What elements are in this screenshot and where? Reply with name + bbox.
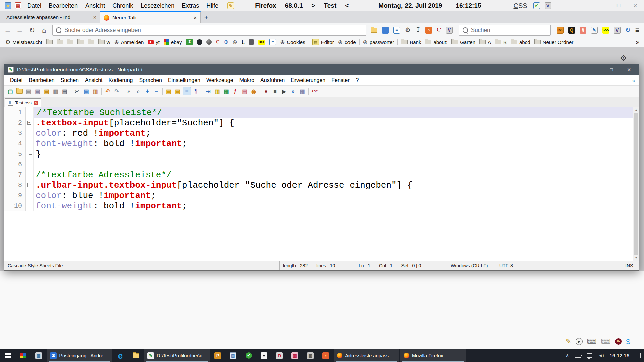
pen-tool-icon[interactable]: ✎: [566, 338, 571, 345]
code-line-6[interactable]: 6: [4, 159, 639, 170]
npp-minimize-button[interactable]: —: [591, 67, 596, 72]
wrap-icon[interactable]: ≡: [183, 87, 191, 95]
fold-collapse-icon[interactable]: −: [27, 121, 31, 125]
npp-menu-item[interactable]: Datei: [7, 77, 25, 83]
code-editor[interactable]: 1/*Textfarbe Suchleiste*/2−.textbox-inpu…: [4, 107, 639, 261]
cut-icon[interactable]: ✂: [73, 87, 81, 95]
task-notepadpp[interactable]: ✎D:\Test\Profilordner\c...: [144, 349, 210, 362]
scroll-down-icon[interactable]: ▼: [633, 255, 639, 261]
bookmark-folder-about[interactable]: about:: [423, 39, 449, 45]
menubar-item[interactable]: Chronik: [109, 2, 137, 9]
editor-scrollbar[interactable]: ▲ ▼: [633, 107, 639, 261]
back-button[interactable]: ←: [3, 26, 13, 34]
bookmark-anmelden[interactable]: ⊕Anmelden: [112, 39, 146, 45]
paste-icon[interactable]: ▥: [91, 87, 99, 95]
code-line-3[interactable]: 3color: red !important;: [4, 128, 639, 138]
bookmark-b64[interactable]: b64: [256, 40, 267, 45]
code-text[interactable]: color: blue !important;: [34, 190, 639, 201]
taskbar-clock[interactable]: 16:12:16: [610, 353, 629, 358]
spellcheck-abc-icon[interactable]: ABC: [311, 87, 319, 95]
show-symbols-icon[interactable]: ¶: [192, 87, 200, 95]
close-button[interactable]: ✕: [632, 3, 639, 9]
sync-h-scroll-icon[interactable]: ▣: [174, 87, 182, 95]
input-keyboard-icon[interactable]: ⌨: [601, 338, 611, 345]
save-copy-icon[interactable]: ▣: [34, 87, 42, 95]
tab-close-icon[interactable]: ✕: [93, 15, 97, 20]
code-text[interactable]: /*Textfarbe Suchleiste*/: [34, 107, 639, 118]
gear-icon[interactable]: ⚙: [620, 54, 627, 63]
bookmark-code[interactable]: ⊕code: [336, 39, 358, 45]
orange-addon-icon[interactable]: ○: [425, 27, 432, 34]
v-addon-icon[interactable]: V: [545, 2, 551, 9]
zoom-out-icon[interactable]: −: [152, 87, 160, 95]
npp-menu-item[interactable]: Bearbeiten: [25, 77, 57, 83]
home-button[interactable]: ⌂: [39, 26, 49, 34]
fold-collapse-icon[interactable]: −: [27, 183, 31, 187]
monitor-icon[interactable]: ◉: [250, 87, 258, 95]
v-addon-icon[interactable]: V: [614, 27, 621, 34]
notepadpp-titlebar[interactable]: ✎ D:\Test\Profilordner\chrome\CSS\Test.c…: [4, 64, 639, 75]
sync-v-scroll-icon[interactable]: ▣: [165, 87, 173, 95]
explorer-icon[interactable]: [128, 349, 144, 362]
edit-note-addon-icon[interactable]: ✎: [591, 27, 598, 34]
menubar-item[interactable]: Ansicht: [82, 2, 109, 9]
code-text[interactable]: .urlbar-input.textbox-input[placeholder=…: [34, 180, 639, 190]
code-text[interactable]: .textbox-input[placeholder="Suchen"] {: [34, 118, 639, 128]
npp-close-button[interactable]: ✕: [627, 67, 631, 72]
code-line-4[interactable]: 4font-weight: bold !important;: [4, 138, 639, 149]
bookmark-folder-a[interactable]: A: [477, 39, 493, 45]
close-file-icon[interactable]: ▥: [52, 87, 60, 95]
copy-icon[interactable]: ▣: [82, 87, 90, 95]
notes-app-icon[interactable]: ▤: [225, 349, 241, 362]
tb-app-icon[interactable]: tb: [615, 338, 622, 345]
code-text[interactable]: }: [34, 149, 639, 159]
task-firefox-page[interactable]: Adressleiste anpassen...: [334, 349, 399, 362]
zoom-in-icon[interactable]: +: [143, 87, 151, 95]
undo-icon[interactable]: ↶: [104, 87, 112, 95]
code-line-5[interactable]: 5}: [4, 149, 639, 159]
action-center-icon[interactable]: [635, 353, 641, 358]
npp-menu-item[interactable]: Kodierung: [105, 77, 136, 83]
macro-stop-icon[interactable]: ■: [271, 87, 279, 95]
fold-margin[interactable]: −: [26, 118, 34, 128]
npp-menu-item[interactable]: ?: [353, 77, 362, 83]
save-all-icon[interactable]: ▣: [43, 87, 51, 95]
bookmark-script[interactable]: Ϛ: [214, 39, 222, 45]
media-app-icon[interactable]: [15, 349, 31, 362]
npp-menu-item[interactable]: Ausführen: [257, 77, 288, 83]
urlbar[interactable]: Suche oder Adresse eingeben: [52, 25, 366, 36]
bookmark-yt[interactable]: ▶yt: [146, 39, 162, 45]
task-mail[interactable]: ✉Posteingang - Andrea...: [47, 349, 112, 362]
calendar-grid-icon[interactable]: ▦: [15, 2, 21, 9]
menubar-item[interactable]: Datei: [23, 2, 45, 9]
script-monkey-icon[interactable]: Ϛ: [437, 27, 441, 33]
replace-icon[interactable]: ⌕: [134, 87, 142, 95]
new-tab-button[interactable]: +: [201, 11, 212, 23]
bookmarks-overflow-icon[interactable]: »: [636, 38, 641, 46]
bookmark-puzzle[interactable]: [247, 39, 256, 45]
scroll-up-icon[interactable]: ▲: [633, 107, 639, 113]
print-icon[interactable]: ▤: [61, 87, 69, 95]
forward-button[interactable]: →: [15, 26, 25, 34]
find-icon[interactable]: ⌕: [125, 87, 133, 95]
reload-button[interactable]: ↻: [27, 26, 37, 34]
bookmark-download[interactable]: ↧: [184, 39, 195, 45]
code-line-7[interactable]: 7/*Textfarbe Adressleiste*/: [4, 170, 639, 180]
blue-folder-icon[interactable]: [382, 27, 389, 34]
magnifier-addon-icon[interactable]: Q: [568, 27, 575, 34]
npp-menu-overflow-icon[interactable]: »: [632, 78, 636, 83]
v-addon-icon[interactable]: V: [446, 27, 453, 34]
npp-menu-item[interactable]: Fenster: [328, 77, 353, 83]
scrollbar-thumb[interactable]: [634, 113, 638, 255]
remote-pc-icon[interactable]: ▦: [287, 349, 303, 362]
speaker-icon[interactable]: ◄): [598, 353, 604, 358]
function-list-icon[interactable]: ▦: [222, 87, 230, 95]
bookmark-sphere[interactable]: [204, 39, 214, 45]
hot-app-icon[interactable]: ●: [318, 349, 333, 362]
doc-map-icon[interactable]: ▥: [213, 87, 221, 95]
code-line-9[interactable]: 9color: blue !important;: [4, 190, 639, 201]
bookmark-folder-abcd[interactable]: abcd: [509, 39, 532, 45]
bookmark-folder[interactable]: [44, 40, 55, 44]
css-smiley-addon-icon[interactable]: css: [557, 27, 564, 34]
bookmark-folder-w[interactable]: w: [96, 39, 112, 45]
